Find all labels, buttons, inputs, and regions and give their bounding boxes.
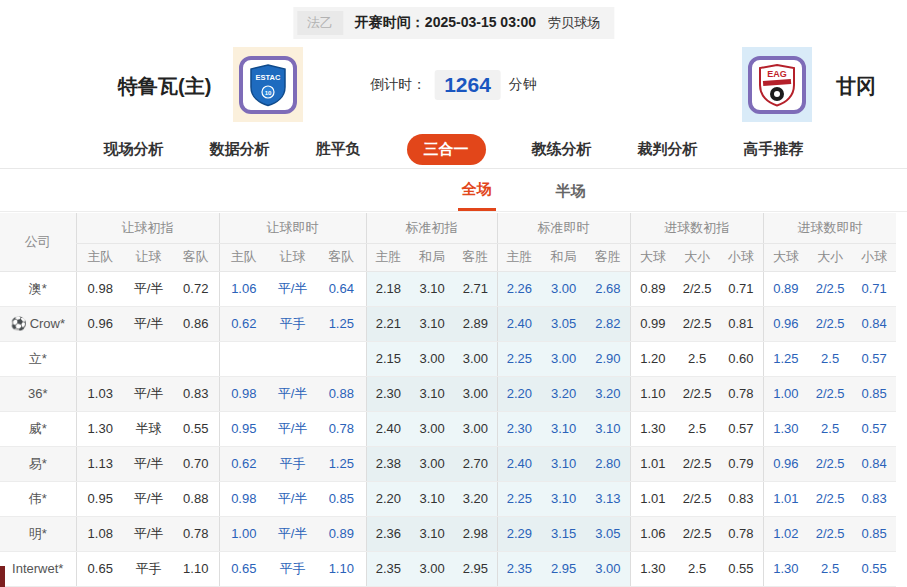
odds-cell: 0.78 [317, 411, 366, 446]
sub-header: 小球 [852, 243, 896, 271]
odds-cell: 1.10 [630, 376, 675, 411]
odds-cell: 2/2.5 [808, 271, 852, 306]
odds-cell: 平手 [268, 446, 317, 481]
sub-header: 客胜 [454, 243, 497, 271]
period-sub-tabs: 全场半场 [0, 170, 907, 212]
odds-cell: 0.98 [219, 481, 268, 516]
odds-cell: 0.55 [852, 551, 896, 586]
odds-cell: 3.10 [410, 481, 454, 516]
company-cell: 易* [0, 446, 76, 481]
odds-cell: 0.71 [852, 271, 896, 306]
sub-header: 大小 [808, 243, 852, 271]
odds-cell: 平/半 [124, 306, 173, 341]
odds-comparison-page: 法乙 开赛时间：2025-03-15 03:00 劳贝球场 特鲁瓦(主) EST… [0, 0, 907, 587]
odds-cell: 2.26 [497, 271, 541, 306]
nav-tab[interactable]: 裁判分析 [638, 140, 698, 159]
odds-cell: 2.90 [586, 341, 630, 376]
odds-cell: 0.57 [719, 411, 763, 446]
odds-cell: 2.89 [454, 306, 497, 341]
nav-tab[interactable]: 高手推荐 [744, 140, 804, 159]
odds-cell: 3.05 [541, 306, 586, 341]
odds-cell: 3.13 [586, 481, 630, 516]
company-column-header: 公司 [0, 213, 76, 271]
odds-cell: 0.83 [719, 481, 763, 516]
countdown: 倒计时： 1264 分钟 [370, 70, 537, 100]
table-row: ⚽Crow*0.96平/半0.860.62平手1.252.213.102.892… [0, 306, 896, 341]
odds-cell: 0.78 [173, 516, 219, 551]
odds-cell: 3.00 [586, 551, 630, 586]
odds-cell: 1.00 [219, 516, 268, 551]
odds-cell: 0.98 [76, 271, 124, 306]
odds-cell: 2.29 [497, 516, 541, 551]
away-team-logo-icon: EAG [748, 56, 806, 114]
company-cell: Interwet* [0, 551, 76, 586]
odds-cell: 3.00 [410, 411, 454, 446]
odds-cell: 2/2.5 [808, 306, 852, 341]
odds-cell: 0.84 [852, 306, 896, 341]
odds-comparison-table: 公司 让球初指 让球即时 标准初指 标准即时 进球数初指 进球数即时 主队 让球… [0, 213, 896, 587]
league-badge: 法乙 [297, 11, 343, 35]
odds-cell: 1.06 [219, 271, 268, 306]
table-row: 立*2.153.003.002.253.002.901.202.50.601.2… [0, 341, 896, 376]
nav-tab[interactable]: 胜平负 [316, 140, 361, 159]
odds-cell: 2/2.5 [808, 446, 852, 481]
table-row: 澳*0.98平/半0.721.06平/半0.642.183.102.712.26… [0, 271, 896, 306]
odds-cell: 0.57 [852, 411, 896, 446]
odds-cell: 2/2.5 [675, 446, 719, 481]
odds-cell: 0.55 [719, 551, 763, 586]
odds-cell: 0.83 [173, 376, 219, 411]
nav-tab[interactable]: 三合一 [407, 134, 486, 165]
sub-header: 大球 [763, 243, 808, 271]
odds-cell: 3.20 [454, 481, 497, 516]
sub-tab[interactable]: 全场 [458, 170, 496, 211]
nav-tab[interactable]: 现场分析 [104, 140, 164, 159]
nav-tab[interactable]: 数据分析 [210, 140, 270, 159]
odds-cell: 2.5 [675, 551, 719, 586]
odds-cell [317, 341, 366, 376]
odds-cell: 3.20 [541, 376, 586, 411]
odds-cell: 2/2.5 [675, 481, 719, 516]
sub-header: 让球 [124, 243, 173, 271]
odds-cell: 2/2.5 [675, 376, 719, 411]
table-row: 易*1.13平/半0.700.62平手1.252.383.002.702.403… [0, 446, 896, 481]
odds-cell: 0.60 [719, 341, 763, 376]
sub-header: 客胜 [586, 243, 630, 271]
odds-cell: 0.88 [317, 376, 366, 411]
countdown-label: 倒计时： [370, 76, 426, 94]
soccer-ball-icon: ⚽ [10, 316, 26, 331]
group-header-live-goals: 进球数即时 [763, 213, 896, 243]
odds-cell: 0.70 [173, 446, 219, 481]
sub-tab[interactable]: 半场 [552, 172, 590, 210]
odds-cell: 0.89 [763, 271, 808, 306]
odds-cell [76, 341, 124, 376]
table-row: 36*1.03平/半0.830.98平/半0.882.303.103.002.2… [0, 376, 896, 411]
odds-cell: 平/半 [124, 481, 173, 516]
svg-text:ESTAC: ESTAC [256, 73, 281, 82]
odds-cell: 0.95 [219, 411, 268, 446]
sub-header: 让球 [268, 243, 317, 271]
odds-cell: 3.00 [410, 341, 454, 376]
odds-cell: 3.10 [410, 306, 454, 341]
group-header-init-std: 标准初指 [366, 213, 497, 243]
odds-cell: 0.89 [630, 271, 675, 306]
odds-cell: 3.00 [541, 341, 586, 376]
group-header-init-goals: 进球数初指 [630, 213, 763, 243]
odds-cell: 2.5 [808, 551, 852, 586]
odds-cell: 平手 [124, 551, 173, 586]
odds-cell: 2.20 [366, 481, 410, 516]
odds-cell: 0.89 [317, 516, 366, 551]
odds-cell: 0.98 [219, 376, 268, 411]
company-cell: 威* [0, 411, 76, 446]
odds-cell: 0.95 [76, 481, 124, 516]
sub-header: 主队 [76, 243, 124, 271]
svg-text:10: 10 [265, 90, 272, 96]
odds-cell: 1.25 [763, 341, 808, 376]
odds-cell: 平/半 [124, 376, 173, 411]
nav-tab[interactable]: 教练分析 [532, 140, 592, 159]
odds-cell: 1.30 [763, 411, 808, 446]
odds-cell: 2/2.5 [808, 516, 852, 551]
odds-cell: 2.70 [454, 446, 497, 481]
odds-cell: 2.5 [675, 411, 719, 446]
odds-cell: 2.82 [586, 306, 630, 341]
odds-cell: 2.68 [586, 271, 630, 306]
